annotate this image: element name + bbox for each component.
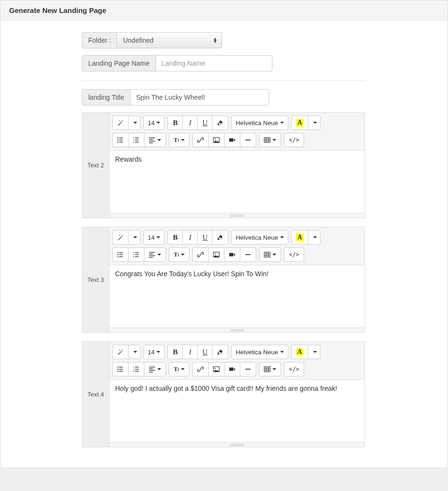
- landing-name-input[interactable]: [155, 55, 272, 71]
- magic-dropdown[interactable]: [128, 345, 141, 359]
- video-button[interactable]: [224, 133, 240, 147]
- editor-side-label: Text 2: [83, 113, 109, 218]
- font-family-select[interactable]: Helvetica Neue: [231, 116, 288, 130]
- svg-point-4: [118, 141, 118, 142]
- hr-button[interactable]: [240, 247, 256, 262]
- svg-rect-63: [149, 368, 153, 369]
- hr-button[interactable]: [240, 133, 256, 147]
- font-color-button[interactable]: A: [291, 230, 308, 245]
- link-button[interactable]: [192, 362, 209, 376]
- italic-button[interactable]: I: [182, 345, 198, 359]
- bullet-list-icon: [117, 137, 124, 143]
- editor-content[interactable]: Congrats You Are Today's Lucky User! Spi…: [109, 265, 365, 327]
- svg-rect-9: [135, 140, 139, 140]
- video-icon: [229, 137, 236, 143]
- font-color-button[interactable]: A: [291, 345, 308, 359]
- font-color-icon: A: [296, 119, 304, 127]
- editor-toolbar: 14 B I U Helvetica Neue A: [109, 227, 365, 265]
- svg-rect-68: [229, 368, 234, 371]
- landing-title-label: landing Title: [82, 89, 130, 105]
- hr-button[interactable]: [240, 362, 256, 376]
- landing-title-input[interactable]: [130, 89, 269, 105]
- bold-button[interactable]: B: [167, 345, 183, 359]
- font-family-select[interactable]: Helvetica Neue: [231, 230, 288, 245]
- font-color-dropdown[interactable]: [308, 116, 320, 130]
- link-button[interactable]: [192, 133, 209, 147]
- folder-select-wrap: Undefined ▲▼: [117, 32, 222, 48]
- bold-button[interactable]: B: [167, 230, 183, 245]
- bullet-list-icon: [117, 251, 124, 258]
- align-button[interactable]: [144, 247, 166, 262]
- font-color-dropdown[interactable]: [308, 230, 320, 245]
- svg-rect-18: [229, 139, 234, 142]
- font-size-select[interactable]: 14: [143, 230, 165, 245]
- folder-select[interactable]: Undefined: [117, 32, 222, 48]
- link-icon: [197, 251, 204, 258]
- underline-button[interactable]: U: [197, 345, 212, 359]
- resize-grip[interactable]: [109, 442, 365, 447]
- image-button[interactable]: [208, 362, 224, 376]
- magic-button[interactable]: [112, 345, 129, 359]
- font-size-select[interactable]: 14: [143, 345, 165, 359]
- resize-grip[interactable]: [109, 213, 365, 218]
- table-button[interactable]: [259, 362, 281, 376]
- svg-rect-61: [135, 371, 139, 372]
- svg-rect-37: [149, 252, 155, 253]
- magic-button[interactable]: [112, 116, 129, 130]
- italic-button[interactable]: I: [182, 116, 198, 130]
- font-color-button[interactable]: A: [291, 116, 308, 130]
- magic-button[interactable]: [112, 230, 129, 245]
- ol-button[interactable]: 123: [128, 362, 144, 376]
- link-button[interactable]: [192, 247, 209, 262]
- italic-button[interactable]: I: [182, 230, 198, 245]
- eraser-button[interactable]: [212, 345, 228, 359]
- svg-rect-65: [149, 372, 153, 372]
- image-icon: [213, 251, 220, 258]
- svg-rect-57: [135, 367, 139, 367]
- font-color-dropdown[interactable]: [308, 345, 320, 359]
- magic-dropdown[interactable]: [128, 230, 141, 245]
- ol-button[interactable]: 123: [128, 133, 144, 147]
- code-view-button[interactable]: </>: [284, 362, 304, 376]
- video-button[interactable]: [224, 362, 240, 376]
- svg-rect-44: [246, 254, 251, 255]
- paragraph-style-button[interactable]: TI: [169, 133, 189, 147]
- bold-button[interactable]: B: [167, 116, 183, 130]
- underline-button[interactable]: U: [197, 116, 212, 130]
- table-icon: [264, 251, 271, 258]
- font-size-select[interactable]: 14: [143, 116, 165, 130]
- table-button[interactable]: [259, 247, 281, 262]
- svg-rect-14: [149, 141, 155, 141]
- resize-grip[interactable]: [109, 327, 365, 332]
- underline-button[interactable]: U: [197, 230, 212, 245]
- minus-icon: [245, 366, 251, 373]
- align-button[interactable]: [144, 133, 166, 147]
- ul-button[interactable]: [112, 247, 129, 262]
- editor-content[interactable]: Holy god! I actually got a $1000 Visa gi…: [109, 380, 365, 442]
- align-button[interactable]: [144, 362, 166, 376]
- code-view-button[interactable]: </>: [284, 133, 304, 147]
- svg-point-25: [118, 252, 118, 253]
- code-view-button[interactable]: </>: [284, 247, 304, 262]
- video-button[interactable]: [224, 247, 240, 262]
- paragraph-style-button[interactable]: TI: [169, 362, 189, 376]
- svg-rect-62: [149, 367, 155, 367]
- eraser-button[interactable]: [212, 116, 228, 130]
- image-button[interactable]: [208, 133, 224, 147]
- paragraph-style-button[interactable]: TI: [169, 247, 189, 262]
- magic-dropdown[interactable]: [128, 116, 141, 130]
- ul-button[interactable]: [112, 362, 129, 376]
- ol-button[interactable]: 123: [128, 247, 144, 262]
- underline-icon: U: [202, 348, 208, 356]
- svg-rect-15: [149, 142, 153, 143]
- image-button[interactable]: [208, 247, 224, 262]
- editor-content[interactable]: Rewards: [109, 151, 365, 213]
- video-icon: [229, 251, 236, 258]
- svg-rect-11: [135, 142, 139, 142]
- editor-main: 14 B I U Helvetica Neue A: [109, 342, 365, 447]
- ul-button[interactable]: [112, 133, 129, 147]
- table-button[interactable]: [259, 133, 281, 147]
- eraser-button[interactable]: [212, 230, 228, 245]
- font-family-select[interactable]: Helvetica Neue: [231, 345, 288, 359]
- italic-icon: I: [189, 348, 191, 356]
